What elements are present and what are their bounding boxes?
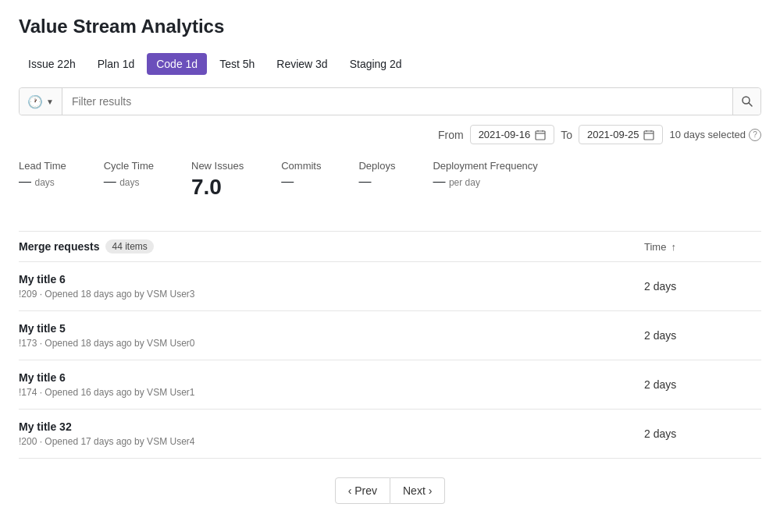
mr-time-0: 2 days xyxy=(644,280,761,293)
calendar-icon-2 xyxy=(643,129,654,140)
table-row: My title 32 !200 · Opened 17 days ago by… xyxy=(19,410,761,459)
filter-search-button[interactable] xyxy=(732,88,760,115)
search-icon xyxy=(741,95,753,108)
history-dropdown-arrow: ▼ xyxy=(46,98,54,106)
days-selected: 10 days selected ? xyxy=(669,129,761,141)
page-title: Value Stream Analytics xyxy=(19,16,761,37)
stage-tab-issue[interactable]: Issue 22h xyxy=(19,53,85,75)
mr-count-badge: 44 items xyxy=(105,239,153,254)
help-icon[interactable]: ? xyxy=(749,129,761,141)
metric-new-issues: New Issues 7.0 xyxy=(191,160,244,200)
metric-deployment-frequency: Deployment Frequency — per day xyxy=(433,160,537,200)
from-label: From xyxy=(438,129,464,141)
stage-tab-code[interactable]: Code 1d xyxy=(147,53,207,75)
sort-icon[interactable]: ↑ xyxy=(671,241,676,253)
filter-input[interactable] xyxy=(62,95,732,108)
stage-tab-review[interactable]: Review 3d xyxy=(267,53,337,75)
table-row: My title 5 !173 · Opened 18 days ago by … xyxy=(19,311,761,360)
prev-button[interactable]: ‹ Prev xyxy=(335,477,390,504)
metrics-row: Lead Time — days Cycle Time — days New I… xyxy=(19,160,761,212)
mr-info-2: My title 6 !174 · Opened 16 days ago by … xyxy=(19,371,194,398)
table-row: My title 6 !209 · Opened 18 days ago by … xyxy=(19,262,761,311)
to-date-value: 2021-09-25 xyxy=(587,129,639,140)
mr-info-1: My title 5 !173 · Opened 18 days ago by … xyxy=(19,322,194,349)
mr-time-3: 2 days xyxy=(644,427,761,440)
mr-time-header: Time ↑ xyxy=(644,241,761,253)
stage-tab-plan[interactable]: Plan 1d xyxy=(88,53,144,75)
mr-list: My title 6 !209 · Opened 18 days ago by … xyxy=(19,262,761,459)
mr-meta-1: !173 · Opened 18 days ago by VSM User0 xyxy=(19,338,194,349)
mr-title-2[interactable]: My title 6 xyxy=(19,371,194,384)
mr-section-title: Merge requests xyxy=(19,240,99,253)
svg-rect-2 xyxy=(536,131,545,140)
history-icon: 🕐 xyxy=(27,94,43,109)
mr-title-1[interactable]: My title 5 xyxy=(19,322,194,335)
mr-meta-2: !174 · Opened 16 days ago by VSM User1 xyxy=(19,387,194,398)
svg-line-1 xyxy=(748,103,751,106)
metric-lead-time: Lead Time — days xyxy=(19,160,66,200)
stage-tab-test[interactable]: Test 5h xyxy=(210,53,264,75)
from-date-picker[interactable]: 2021-09-16 xyxy=(470,125,555,144)
mr-time-2: 2 days xyxy=(644,378,761,391)
table-row: My title 6 !174 · Opened 16 days ago by … xyxy=(19,360,761,410)
svg-rect-6 xyxy=(644,131,654,140)
pagination: ‹ Prev Next › xyxy=(19,477,761,504)
stage-tab-staging[interactable]: Staging 2d xyxy=(340,53,411,75)
filter-row: 🕐 ▼ xyxy=(19,87,761,115)
calendar-icon xyxy=(535,129,546,140)
mr-info-3: My title 32 !200 · Opened 17 days ago by… xyxy=(19,420,194,447)
metric-cycle-time: Cycle Time — days xyxy=(104,160,154,200)
metric-deploys: Deploys — xyxy=(358,160,395,200)
mr-header-left: Merge requests 44 items xyxy=(19,239,154,254)
to-label: To xyxy=(561,129,572,141)
metric-commits: Commits — xyxy=(281,160,321,200)
mr-info-0: My title 6 !209 · Opened 18 days ago by … xyxy=(19,273,194,300)
next-button[interactable]: Next › xyxy=(390,477,445,504)
from-date-value: 2021-09-16 xyxy=(479,129,531,140)
page-wrapper: Value Stream Analytics Issue 22hPlan 1dC… xyxy=(0,0,780,520)
merge-requests-header: Merge requests 44 items Time ↑ xyxy=(19,231,761,262)
mr-time-1: 2 days xyxy=(644,329,761,342)
mr-title-3[interactable]: My title 32 xyxy=(19,420,194,433)
to-date-picker[interactable]: 2021-09-25 xyxy=(579,125,664,144)
mr-meta-0: !209 · Opened 18 days ago by VSM User3 xyxy=(19,289,194,300)
stage-tabs: Issue 22hPlan 1dCode 1dTest 5hReview 3dS… xyxy=(19,53,761,75)
date-row: From 2021-09-16 To 2021-09-25 10 days se… xyxy=(19,125,761,144)
filter-history-button[interactable]: 🕐 ▼ xyxy=(20,88,62,115)
mr-title-0[interactable]: My title 6 xyxy=(19,273,194,286)
mr-meta-3: !200 · Opened 17 days ago by VSM User4 xyxy=(19,436,194,447)
